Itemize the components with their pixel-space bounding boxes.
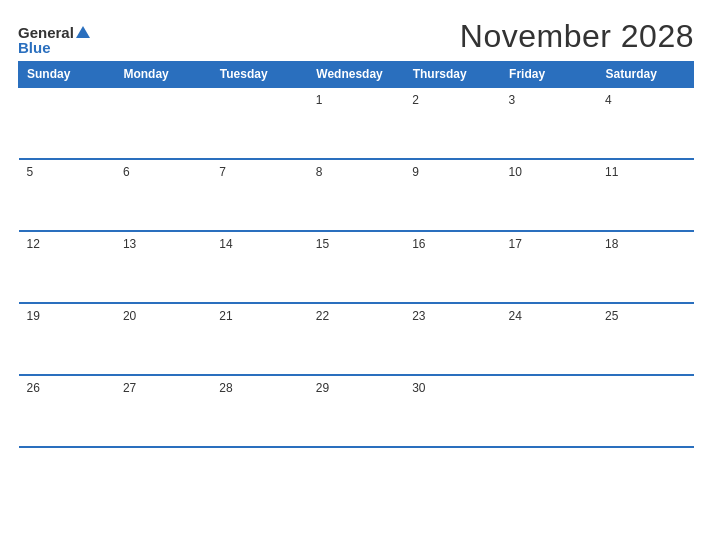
day-number: 28 — [219, 381, 232, 395]
day-cell: 10 — [501, 159, 597, 231]
logo-general-text: General — [18, 25, 74, 40]
weekday-header-friday: Friday — [501, 62, 597, 88]
day-cell — [19, 87, 115, 159]
day-cell: 7 — [211, 159, 307, 231]
day-cell — [597, 375, 693, 447]
calendar-grid: SundayMondayTuesdayWednesdayThursdayFrid… — [18, 61, 694, 448]
day-number: 30 — [412, 381, 425, 395]
day-cell: 13 — [115, 231, 211, 303]
day-number: 9 — [412, 165, 419, 179]
weekday-header-saturday: Saturday — [597, 62, 693, 88]
day-cell: 28 — [211, 375, 307, 447]
day-cell: 2 — [404, 87, 500, 159]
day-cell: 1 — [308, 87, 404, 159]
month-title: November 2028 — [460, 18, 694, 55]
day-cell: 4 — [597, 87, 693, 159]
day-cell: 19 — [19, 303, 115, 375]
day-number: 13 — [123, 237, 136, 251]
day-cell: 5 — [19, 159, 115, 231]
day-number: 16 — [412, 237, 425, 251]
day-cell: 15 — [308, 231, 404, 303]
day-number: 2 — [412, 93, 419, 107]
day-number: 10 — [509, 165, 522, 179]
logo-triangle-icon — [76, 26, 90, 38]
day-number: 11 — [605, 165, 618, 179]
week-row-1: 1234 — [19, 87, 694, 159]
week-row-3: 12131415161718 — [19, 231, 694, 303]
week-row-2: 567891011 — [19, 159, 694, 231]
logo: General Blue — [18, 25, 90, 55]
day-cell: 26 — [19, 375, 115, 447]
day-number: 17 — [509, 237, 522, 251]
day-cell — [115, 87, 211, 159]
day-cell: 9 — [404, 159, 500, 231]
day-number: 20 — [123, 309, 136, 323]
day-cell: 29 — [308, 375, 404, 447]
day-number: 1 — [316, 93, 323, 107]
day-cell: 20 — [115, 303, 211, 375]
day-number: 23 — [412, 309, 425, 323]
day-cell: 12 — [19, 231, 115, 303]
day-cell: 17 — [501, 231, 597, 303]
weekday-header-monday: Monday — [115, 62, 211, 88]
weekday-header-thursday: Thursday — [404, 62, 500, 88]
logo-blue-text: Blue — [18, 40, 51, 55]
calendar-header: General Blue November 2028 — [18, 18, 694, 55]
day-number: 8 — [316, 165, 323, 179]
day-cell: 6 — [115, 159, 211, 231]
day-number: 25 — [605, 309, 618, 323]
day-number: 14 — [219, 237, 232, 251]
day-cell: 18 — [597, 231, 693, 303]
day-number: 22 — [316, 309, 329, 323]
day-cell — [211, 87, 307, 159]
day-cell: 8 — [308, 159, 404, 231]
day-cell: 14 — [211, 231, 307, 303]
day-cell: 11 — [597, 159, 693, 231]
weekday-header-sunday: Sunday — [19, 62, 115, 88]
day-cell: 30 — [404, 375, 500, 447]
day-cell — [501, 375, 597, 447]
day-number: 18 — [605, 237, 618, 251]
day-number: 15 — [316, 237, 329, 251]
week-row-4: 19202122232425 — [19, 303, 694, 375]
day-number: 19 — [27, 309, 40, 323]
day-number: 27 — [123, 381, 136, 395]
day-number: 6 — [123, 165, 130, 179]
day-cell: 23 — [404, 303, 500, 375]
day-cell: 25 — [597, 303, 693, 375]
day-number: 12 — [27, 237, 40, 251]
day-number: 5 — [27, 165, 34, 179]
day-number: 26 — [27, 381, 40, 395]
weekday-header-tuesday: Tuesday — [211, 62, 307, 88]
week-row-5: 2627282930 — [19, 375, 694, 447]
day-number: 3 — [509, 93, 516, 107]
day-cell: 16 — [404, 231, 500, 303]
day-cell: 21 — [211, 303, 307, 375]
day-number: 7 — [219, 165, 226, 179]
day-cell: 24 — [501, 303, 597, 375]
weekday-header-row: SundayMondayTuesdayWednesdayThursdayFrid… — [19, 62, 694, 88]
day-cell: 27 — [115, 375, 211, 447]
day-number: 21 — [219, 309, 232, 323]
day-number: 4 — [605, 93, 612, 107]
day-cell: 22 — [308, 303, 404, 375]
day-number: 29 — [316, 381, 329, 395]
weekday-header-wednesday: Wednesday — [308, 62, 404, 88]
calendar-container: General Blue November 2028 SundayMondayT… — [0, 0, 712, 550]
day-number: 24 — [509, 309, 522, 323]
day-cell: 3 — [501, 87, 597, 159]
